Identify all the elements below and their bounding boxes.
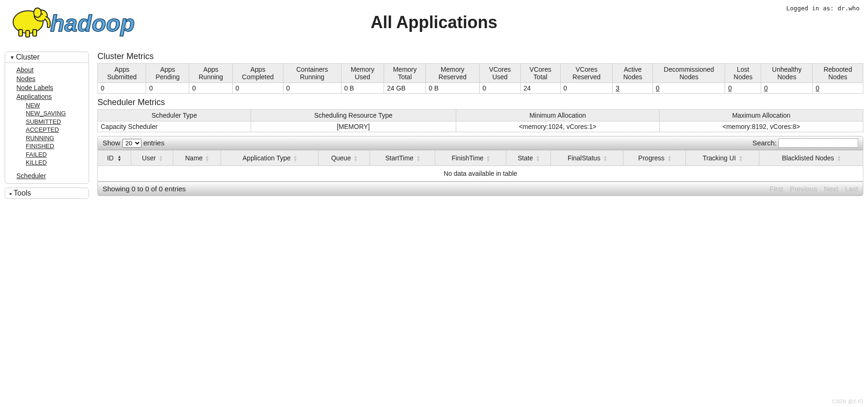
apps-column-header[interactable]: StartTime ▵▿: [370, 151, 435, 166]
sidebar-state-running[interactable]: RUNNING: [26, 134, 85, 143]
pager-next[interactable]: Next: [824, 185, 838, 193]
scheduler-metrics-header: Scheduling Resource Type: [251, 110, 456, 121]
apps-column-header[interactable]: Name ▵▿: [173, 151, 221, 166]
scheduler-metrics-cell: Capacity Scheduler: [98, 121, 251, 132]
sidebar-link-node-labels[interactable]: Node Labels: [16, 83, 85, 92]
sidebar-link-scheduler[interactable]: Scheduler: [16, 172, 85, 181]
cluster-metrics-header: Apps Completed: [232, 64, 283, 83]
svg-rect-5: [33, 30, 37, 36]
apps-column-header[interactable]: FinalStatus ▵▿: [550, 151, 623, 166]
cluster-metrics-cell[interactable]: 3: [613, 83, 653, 94]
pager-first[interactable]: First: [770, 185, 783, 193]
sidebar-link-nodes[interactable]: Nodes: [16, 75, 85, 83]
hadoop-logo: hadoop: [7, 2, 152, 40]
scheduler-metrics-header: Maximum Allocation: [660, 110, 863, 121]
apps-column-header[interactable]: Blacklisted Nodes ▵▿: [759, 151, 863, 166]
cluster-metrics-cell: 0: [98, 83, 146, 94]
cluster-metrics-cell[interactable]: 0: [761, 83, 813, 94]
datatable-controls: Show 20 entries Search:: [97, 136, 863, 150]
apps-column-header[interactable]: Queue ▵▿: [318, 151, 370, 166]
scheduler-metrics-header: Scheduler Type: [98, 110, 251, 121]
scheduler-metrics-header: Minimum Allocation: [456, 110, 660, 121]
pager: First Previous Next Last: [765, 185, 858, 193]
scheduler-metrics-title: Scheduler Metrics: [97, 98, 863, 107]
cluster-metrics-header: Memory Used: [341, 64, 384, 83]
svg-rect-3: [19, 30, 22, 36]
cluster-metrics-cell: 0: [479, 83, 520, 94]
cluster-metrics-header: Memory Reserved: [426, 64, 480, 83]
cluster-metrics-header: VCores Used: [479, 64, 520, 83]
svg-text:hadoop: hadoop: [50, 10, 135, 37]
cluster-metrics-cell[interactable]: 0: [653, 83, 725, 94]
cluster-metrics-header: Memory Total: [384, 64, 426, 83]
cluster-metrics-cell: 0: [232, 83, 283, 94]
applications-table: ID ▲▼User ▵▿Name ▵▿Application Type ▵▿Qu…: [97, 150, 863, 181]
datatable-info: Showing 0 to 0 of 0 entries: [103, 185, 186, 193]
scheduler-metrics-cell: <memory:1024, vCores:1>: [456, 121, 660, 132]
cluster-metrics-cell: 0 B: [341, 83, 384, 94]
apps-column-header[interactable]: User ▵▿: [131, 151, 173, 166]
pager-last[interactable]: Last: [845, 185, 858, 193]
cluster-metrics-header: Apps Submitted: [98, 64, 146, 83]
sidebar-tools-header[interactable]: ▸Tools: [5, 188, 89, 198]
caret-down-icon: ▼: [10, 55, 15, 60]
svg-point-6: [42, 14, 43, 15]
sidebar-cluster-header[interactable]: ▼Cluster: [5, 52, 89, 63]
logged-in-user: Logged in as: dr.who: [786, 5, 860, 12]
cluster-metrics-cell: 0: [146, 83, 189, 94]
cluster-metrics-cell: 0: [189, 83, 233, 94]
sidebar-link-applications[interactable]: Applications: [16, 92, 85, 101]
cluster-metrics-header: Rebooted Nodes: [813, 64, 863, 83]
svg-point-2: [34, 8, 41, 17]
sidebar-state-failed[interactable]: FAILED: [26, 151, 85, 159]
cluster-metrics-header: Apps Pending: [146, 64, 189, 83]
sidebar-link-about[interactable]: About: [16, 66, 85, 75]
cluster-metrics-cell[interactable]: 0: [725, 83, 761, 94]
apps-column-header[interactable]: FinishTime ▵▿: [435, 151, 506, 166]
apps-column-header[interactable]: Application Type ▵▿: [221, 151, 319, 166]
apps-column-header[interactable]: State ▵▿: [506, 151, 551, 166]
sidebar-state-new-saving[interactable]: NEW_SAVING: [26, 109, 85, 118]
datatable-footer: Showing 0 to 0 of 0 entries First Previo…: [97, 181, 863, 196]
cluster-metrics-title: Cluster Metrics: [97, 52, 863, 61]
cluster-metrics-header: Apps Running: [189, 64, 233, 83]
sidebar-state-killed[interactable]: KILLED: [26, 158, 85, 167]
cluster-metrics-header: Lost Nodes: [725, 64, 761, 83]
scheduler-metrics-table: Scheduler TypeScheduling Resource TypeMi…: [97, 109, 863, 132]
page-size-select[interactable]: 20: [122, 139, 141, 148]
sidebar-tools-panel: ▸Tools: [5, 188, 89, 199]
apps-column-header[interactable]: ID ▲▼: [98, 151, 131, 166]
apps-column-header[interactable]: Progress ▵▿: [623, 151, 686, 166]
cluster-metrics-header: Containers Running: [283, 64, 341, 83]
sidebar-state-finished[interactable]: FINISHED: [26, 142, 85, 151]
cluster-metrics-header: Unhealthy Nodes: [761, 64, 813, 83]
sidebar-state-submitted[interactable]: SUBMITTED: [26, 118, 85, 126]
search-input[interactable]: [779, 138, 858, 148]
cluster-metrics-cell: 0: [560, 83, 613, 94]
scheduler-metrics-cell: <memory:8192, vCores:8>: [660, 121, 863, 132]
sidebar-state-accepted[interactable]: ACCEPTED: [26, 126, 85, 134]
cluster-metrics-cell: 24 GB: [384, 83, 426, 94]
sidebar-state-new[interactable]: NEW: [26, 101, 85, 110]
cluster-metrics-header: Decommissioned Nodes: [653, 64, 725, 83]
cluster-metrics-header: VCores Reserved: [560, 64, 613, 83]
scheduler-metrics-cell: [MEMORY]: [251, 121, 456, 132]
cluster-metrics-cell[interactable]: 0: [813, 83, 863, 94]
cluster-metrics-header: Active Nodes: [613, 64, 653, 83]
no-data-row: No data available in table: [98, 166, 863, 181]
apps-column-header[interactable]: Tracking UI ▵▿: [685, 151, 759, 166]
sidebar-cluster-panel: ▼Cluster About Nodes Node Labels Applica…: [5, 52, 89, 184]
pager-previous[interactable]: Previous: [790, 185, 817, 193]
cluster-metrics-table: Apps SubmittedApps PendingApps RunningAp…: [97, 63, 863, 94]
search-control: Search:: [752, 138, 858, 148]
cluster-metrics-cell: 0 B: [426, 83, 480, 94]
caret-right-icon: ▸: [10, 191, 12, 196]
page-size-control: Show 20 entries: [103, 139, 164, 148]
cluster-metrics-cell: 0: [283, 83, 341, 94]
svg-rect-4: [26, 30, 30, 37]
cluster-metrics-cell: 24: [520, 83, 560, 94]
cluster-metrics-header: VCores Total: [520, 64, 560, 83]
